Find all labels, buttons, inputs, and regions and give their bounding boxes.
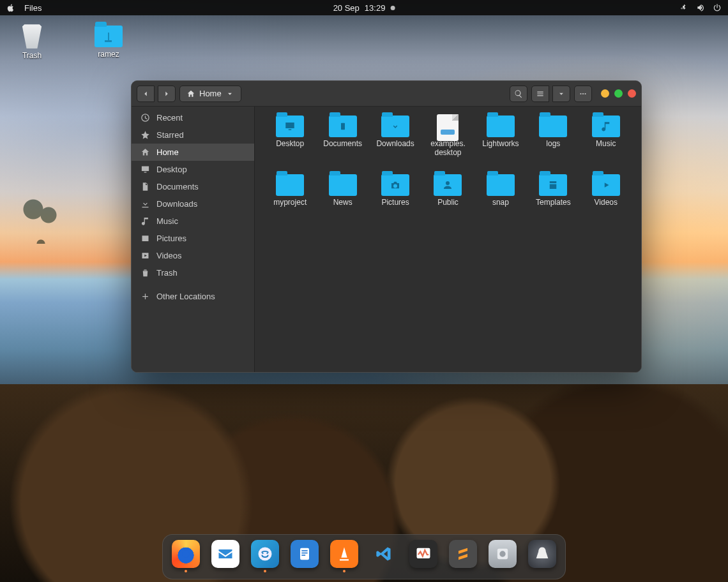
home-icon [186, 89, 195, 98]
nav-forward-button[interactable] [158, 86, 176, 102]
file-item[interactable]: Videos [581, 173, 631, 229]
desktop-folder-ramez[interactable]: ramez [89, 22, 128, 60]
file-item[interactable]: Downloads [370, 114, 420, 170]
file-item[interactable]: Templates [528, 173, 578, 229]
file-item[interactable]: Lightworks [476, 114, 526, 170]
sidebar-item-trash[interactable]: Trash [132, 264, 254, 281]
dock-item-firefox[interactable] [172, 540, 200, 572]
running-indicator-icon [303, 570, 306, 572]
file-item-label: logs [546, 140, 560, 149]
trash-icon [140, 268, 150, 278]
svg-rect-11 [301, 555, 305, 556]
disk-utility-icon [489, 540, 517, 568]
chevron-down-icon [225, 89, 234, 98]
network-icon[interactable]: ⇔ [679, 3, 688, 12]
svg-rect-9 [301, 550, 307, 551]
music-icon [140, 216, 150, 226]
folder-icon [95, 26, 123, 47]
folder-icon [487, 174, 515, 196]
menubar-app-name[interactable]: Files [24, 3, 42, 13]
running-indicator-icon [501, 570, 504, 572]
sidebar-item-music[interactable]: Music [132, 213, 254, 230]
trash-icon [19, 22, 45, 48]
sidebar-item-label: Pictures [156, 234, 186, 243]
file-item-label: examples.​desktop [423, 140, 473, 158]
file-item-label: Desktop [276, 140, 304, 149]
file-item[interactable]: logs [528, 114, 578, 170]
sidebar-item-label: Music [156, 216, 178, 226]
sidebar-item-label: Downloads [156, 199, 197, 209]
running-indicator-icon [343, 570, 345, 572]
desktop-icon [140, 165, 150, 174]
videos-icon [140, 251, 150, 260]
sidebar-item-label: Recent [156, 113, 183, 123]
documents-icon [140, 182, 150, 191]
search-button[interactable] [510, 86, 527, 102]
hamburger-menu-button[interactable] [574, 86, 592, 102]
view-dropdown-button[interactable] [552, 86, 570, 102]
sublime-icon [449, 540, 477, 568]
file-item[interactable]: News [317, 173, 367, 229]
desktop-trash[interactable]: Trash [13, 22, 51, 60]
volume-icon[interactable] [696, 3, 705, 12]
folder-icon [434, 174, 462, 196]
notifications-indicator-icon[interactable] [390, 6, 395, 10]
dock-item-files[interactable] [251, 540, 279, 572]
window-maximize-button[interactable] [614, 89, 623, 98]
sidebar-item-videos[interactable]: Videos [132, 247, 254, 264]
desktop-folder-label: ramez [98, 50, 119, 59]
file-item[interactable]: myproject [265, 173, 315, 229]
path-bar[interactable]: Home [179, 86, 241, 102]
svg-point-14 [499, 551, 505, 556]
svg-point-3 [584, 93, 586, 94]
dock-item-sublime[interactable] [449, 540, 477, 572]
file-item-label: Lightworks [482, 140, 519, 149]
sidebar-item-label: Home [156, 147, 179, 157]
sidebar-item-label: Starred [156, 130, 184, 140]
file-item[interactable]: Pictures [370, 173, 420, 229]
sidebar-item-desktop[interactable]: Desktop [132, 161, 254, 178]
file-item-label: Music [596, 140, 616, 149]
sidebar-item-label: Trash [156, 268, 178, 278]
dock-item-writer[interactable] [291, 540, 319, 572]
mail-client-icon [211, 540, 239, 568]
sidebar-item-other-locations[interactable]: Other Locations [132, 288, 254, 305]
dock-item-vlc[interactable] [330, 540, 358, 572]
dock-item-launchpad[interactable] [528, 540, 556, 572]
dock-item-vscode[interactable] [370, 540, 398, 572]
svg-point-6 [262, 553, 263, 554]
vlc-icon [330, 540, 358, 568]
menubar-time[interactable]: 13:29 [365, 3, 386, 13]
dock-item-mail-client[interactable] [211, 540, 239, 572]
file-item[interactable]: examples.​desktop [423, 114, 473, 170]
file-item[interactable]: Music [581, 114, 631, 170]
sidebar-item-label: Other Locations [156, 292, 215, 301]
sidebar-item-recent[interactable]: Recent [132, 109, 254, 126]
files-window: Home RecentStarredHomeDesktopDocumentsDo… [131, 80, 642, 373]
sidebar-item-home[interactable]: Home [132, 144, 254, 161]
sidebar-item-starred[interactable]: Starred [132, 126, 254, 144]
view-toggle-button[interactable] [531, 86, 549, 102]
window-minimize-button[interactable] [601, 89, 609, 98]
power-icon[interactable] [713, 3, 722, 12]
file-item[interactable]: Documents [317, 114, 367, 170]
sidebar-item-downloads[interactable]: Downloads [132, 195, 254, 213]
nav-back-button[interactable] [137, 86, 155, 102]
file-item[interactable]: snap [476, 173, 526, 229]
window-close-button[interactable] [628, 89, 636, 98]
sidebar-item-pictures[interactable]: Pictures [132, 230, 254, 247]
top-menubar: Files 20 Sep 13:29 ⇔ [0, 0, 728, 15]
dock-item-system-monitor[interactable] [409, 540, 437, 572]
file-item[interactable]: Desktop [265, 114, 315, 170]
menubar-date[interactable]: 20 Sep [333, 3, 360, 13]
file-item[interactable]: Public [423, 173, 473, 229]
folder-icon [276, 116, 304, 137]
apple-menu-icon[interactable] [6, 3, 15, 12]
files-icon [251, 540, 279, 568]
dock-item-disk-utility[interactable] [489, 540, 517, 572]
folder-icon [276, 174, 304, 196]
file-item-label: Pictures [381, 198, 409, 207]
sidebar-item-documents[interactable]: Documents [132, 178, 254, 195]
running-indicator-icon [264, 570, 266, 572]
path-label: Home [199, 89, 222, 98]
